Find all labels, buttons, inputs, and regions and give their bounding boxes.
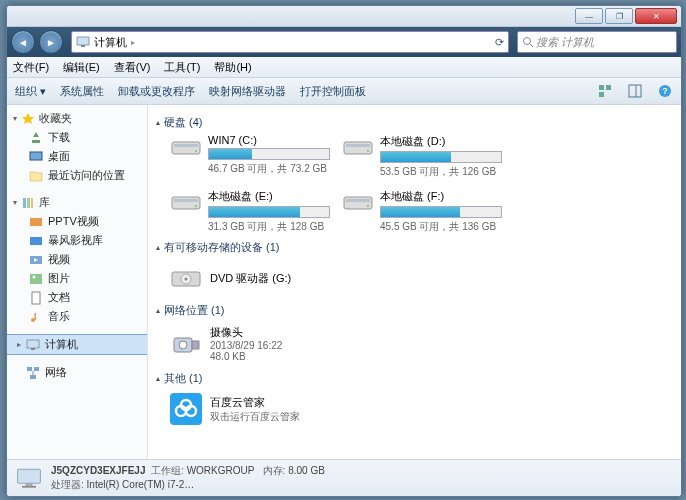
menu-help[interactable]: 帮助(H) xyxy=(214,60,251,75)
camera-icon xyxy=(170,328,202,360)
video-icon xyxy=(29,215,43,229)
svg-rect-7 xyxy=(629,85,641,97)
open-control-panel-button[interactable]: 打开控制面板 xyxy=(300,84,366,99)
sidebar-item-music[interactable]: 音乐 xyxy=(7,307,147,326)
chevron-right-icon[interactable]: ▸ xyxy=(131,38,135,47)
menu-file[interactable]: 文件(F) xyxy=(13,60,49,75)
computer-icon xyxy=(15,464,43,492)
address-bar[interactable]: 计算机 ▸ ⟳ xyxy=(71,31,509,53)
sidebar-item-documents[interactable]: 文档 xyxy=(7,288,147,307)
back-button[interactable]: ◄ xyxy=(11,30,35,54)
sidebar-item-network[interactable]: ▸ 网络 xyxy=(7,363,147,382)
svg-rect-31 xyxy=(30,375,36,379)
pictures-icon xyxy=(29,272,43,286)
sidebar-item-downloads[interactable]: 下载 xyxy=(7,128,147,147)
documents-icon xyxy=(29,291,43,305)
drive-item[interactable]: 本地磁盘 (E:)31.3 GB 可用，共 128 GB xyxy=(170,189,330,234)
menu-view[interactable]: 查看(V) xyxy=(114,60,151,75)
drive-free-text: 46.7 GB 可用，共 73.2 GB xyxy=(208,162,330,176)
svg-rect-36 xyxy=(344,142,372,154)
sidebar-favorites[interactable]: ▾ 收藏夹 xyxy=(7,109,147,128)
drive-icon xyxy=(170,134,202,158)
computer-name: J5QZCYD3EXJFEJJ xyxy=(51,465,146,476)
drive-icon xyxy=(342,134,374,158)
drive-usage-bar xyxy=(208,148,330,160)
svg-rect-15 xyxy=(23,198,26,208)
svg-rect-37 xyxy=(346,144,370,147)
breadcrumb-segment[interactable]: 计算机 xyxy=(94,35,127,50)
desktop-icon xyxy=(29,150,43,164)
baidu-item[interactable]: 百度云管家双击运行百度云管家 xyxy=(170,390,673,428)
section-other[interactable]: ▴其他 (1) xyxy=(156,371,673,386)
network-icon xyxy=(26,366,40,380)
svg-rect-6 xyxy=(599,92,604,97)
svg-point-25 xyxy=(31,318,35,322)
sidebar-item-computer[interactable]: ▸ 计算机 xyxy=(7,334,147,355)
menu-tools[interactable]: 工具(T) xyxy=(164,60,200,75)
drive-name: 本地磁盘 (F:) xyxy=(380,189,502,204)
statusbar: J5QZCYD3EXJFEJJ 工作组: WORKGROUP 内存: 8.00 … xyxy=(7,459,681,496)
sidebar-item-baofeng[interactable]: 暴风影视库 xyxy=(7,231,147,250)
dvd-drive[interactable]: DVD 驱动器 (G:) xyxy=(170,259,673,297)
svg-rect-42 xyxy=(344,197,372,209)
svg-rect-28 xyxy=(31,348,35,350)
svg-point-23 xyxy=(33,275,36,278)
close-button[interactable]: ✕ xyxy=(635,8,677,24)
menu-edit[interactable]: 编辑(E) xyxy=(63,60,100,75)
drive-icon xyxy=(342,189,374,213)
sidebar-item-recent[interactable]: 最近访问的位置 xyxy=(7,166,147,185)
svg-rect-1 xyxy=(81,45,85,47)
svg-rect-12 xyxy=(32,140,40,143)
svg-marker-11 xyxy=(22,113,34,124)
camera-item[interactable]: 摄像头2013/8/29 16:2248.0 KB xyxy=(170,322,673,365)
svg-point-38 xyxy=(367,150,369,152)
svg-rect-55 xyxy=(18,469,41,483)
drive-item[interactable]: WIN7 (C:)46.7 GB 可用，共 73.2 GB xyxy=(170,134,330,179)
svg-rect-39 xyxy=(172,197,200,209)
svg-rect-26 xyxy=(35,313,37,320)
forward-button[interactable]: ► xyxy=(39,30,63,54)
uninstall-programs-button[interactable]: 卸载或更改程序 xyxy=(118,84,195,99)
organize-button[interactable]: 组织 ▾ xyxy=(15,84,46,99)
map-network-drive-button[interactable]: 映射网络驱动器 xyxy=(209,84,286,99)
drive-name: 本地磁盘 (D:) xyxy=(380,134,502,149)
svg-rect-40 xyxy=(174,199,198,202)
section-netloc[interactable]: ▴网络位置 (1) xyxy=(156,303,673,318)
help-button[interactable]: ? xyxy=(657,83,673,99)
sidebar-libraries[interactable]: ▾ 库 xyxy=(7,193,147,212)
svg-rect-16 xyxy=(27,198,30,208)
sidebar-item-pptv[interactable]: PPTV视频 xyxy=(7,212,147,231)
maximize-button[interactable]: ❐ xyxy=(605,8,633,24)
drive-free-text: 45.5 GB 可用，共 136 GB xyxy=(380,220,502,234)
svg-point-41 xyxy=(195,205,197,207)
view-options-button[interactable] xyxy=(597,83,613,99)
svg-rect-0 xyxy=(77,37,89,45)
minimize-button[interactable]: — xyxy=(575,8,603,24)
sidebar-item-videos[interactable]: 视频 xyxy=(7,250,147,269)
drive-icon xyxy=(170,189,202,213)
svg-rect-33 xyxy=(172,142,200,154)
chevron-right-icon: ▸ xyxy=(17,340,21,349)
computer-icon xyxy=(26,338,40,352)
svg-rect-5 xyxy=(606,85,611,90)
libraries-icon xyxy=(21,196,35,210)
recent-icon xyxy=(29,169,43,183)
sidebar-item-desktop[interactable]: 桌面 xyxy=(7,147,147,166)
system-properties-button[interactable]: 系统属性 xyxy=(60,84,104,99)
sidebar: ▾ 收藏夹 下载 桌面 最近访问的位置 ▾ 库 PPTV视频 暴风影视库 视频 … xyxy=(7,105,148,459)
svg-rect-34 xyxy=(174,144,198,147)
search-icon xyxy=(522,36,534,48)
baidu-cloud-icon xyxy=(170,393,202,425)
refresh-button[interactable]: ⟳ xyxy=(495,36,504,49)
section-removable[interactable]: ▴有可移动存储的设备 (1) xyxy=(156,240,673,255)
drive-item[interactable]: 本地磁盘 (F:)45.5 GB 可用，共 136 GB xyxy=(342,189,502,234)
sidebar-item-pictures[interactable]: 图片 xyxy=(7,269,147,288)
svg-rect-24 xyxy=(32,292,40,304)
svg-point-49 xyxy=(179,341,187,349)
preview-pane-button[interactable] xyxy=(627,83,643,99)
chevron-down-icon: ▾ xyxy=(13,198,17,207)
section-drives[interactable]: ▴硬盘 (4) xyxy=(156,115,673,130)
svg-point-47 xyxy=(185,278,188,281)
drive-item[interactable]: 本地磁盘 (D:)53.5 GB 可用，共 126 GB xyxy=(342,134,502,179)
search-input[interactable]: 搜索 计算机 xyxy=(517,31,677,53)
